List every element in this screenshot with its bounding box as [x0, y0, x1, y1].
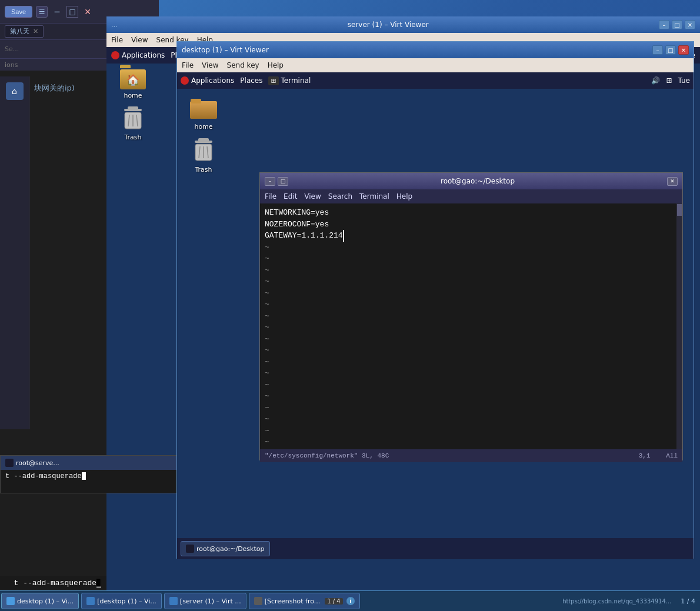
fedora-icon [111, 51, 119, 59]
trash-icon-label: Trash [124, 133, 141, 141]
home-folder-icon-graphic: 🏠 [119, 65, 147, 89]
terminal-scrollbar[interactable] [676, 203, 682, 449]
home-icon-label: home [124, 92, 142, 99]
svg-rect-1 [128, 106, 138, 110]
desktop-trash-icon[interactable]: Trash [183, 136, 224, 173]
terminal-menu-view[interactable]: View [304, 192, 321, 201]
desktop-menubar: File View Send key Help [177, 58, 694, 72]
desktop-home-icon[interactable]: home [183, 96, 224, 131]
desktop-volume-icon: 🔊 [651, 76, 660, 85]
terminal-menu-help[interactable]: Help [396, 192, 412, 201]
tab-close-icon[interactable]: ✕ [33, 28, 38, 35]
svg-rect-10 [198, 138, 209, 142]
terminal-window-controls-left: – □ [265, 177, 288, 186]
desktop-gnome-terminal[interactable]: ⊞ Terminal [268, 76, 311, 85]
server-terminal-content[interactable]: t --add-masquerade [1, 470, 182, 483]
desktop-gnome-apps[interactable]: Applications [181, 76, 234, 85]
trash-icon-graphic [120, 105, 146, 131]
desktop-trash-graphic [191, 136, 216, 163]
desktop-virt-viewer-window: desktop (1) – Virt Viewer – □ ✕ File Vie… [176, 41, 694, 559]
svg-rect-7 [190, 101, 217, 119]
terminal-window: – □ root@gao:~/Desktop ✕ File Edit View … [259, 172, 683, 460]
terminal-menu-terminal[interactable]: Terminal [359, 192, 389, 201]
server-maximize-btn[interactable]: □ [672, 20, 682, 29]
bottom-terminal-icon [186, 545, 194, 553]
svg-rect-8 [191, 99, 201, 103]
server-menu-view[interactable]: View [131, 36, 148, 44]
terminal-line-1: NETWORKING=yes [265, 207, 678, 219]
taskbar-url: https://blog.csdn.net/qq_43334914... [558, 598, 676, 605]
server-close-btn[interactable]: ✕ [685, 20, 695, 29]
desktop-gnome-places[interactable]: Places [240, 76, 262, 85]
terminal-line-2: NOZEROCONF=yes [265, 219, 678, 231]
menu-icon[interactable]: ☰ [36, 6, 48, 18]
terminal-content-area[interactable]: NETWORKING=yes NOZEROCONF=yes GATEWAY=1.… [260, 203, 682, 449]
terminal-line-3: GATEWAY=1.1.1.214 [265, 230, 678, 242]
desktop-menu-help[interactable]: Help [268, 61, 284, 69]
desktop-close-btn[interactable]: ✕ [678, 45, 689, 55]
minimize-button[interactable]: ─ [51, 6, 63, 18]
taskbar-pagination: 1 / 4 [676, 597, 700, 605]
terminal-status-right: 3,1 All [639, 452, 678, 459]
desktop-minimize-btn[interactable]: – [652, 45, 663, 55]
trash-icon-svg [122, 105, 144, 131]
editor-tab[interactable]: 第八天 ✕ [5, 25, 44, 38]
trash-desktop-icon[interactable]: Trash [112, 105, 154, 141]
save-button[interactable]: Save [5, 6, 32, 18]
terminal-close-btn[interactable]: ✕ [667, 177, 678, 186]
server-minimize-btn[interactable]: – [659, 20, 669, 29]
close-button[interactable]: ✕ [82, 6, 94, 18]
desktop-home-label: home [194, 123, 212, 131]
terminal-tilde-2: ~ [265, 253, 678, 265]
server-terminal-cursor [82, 472, 86, 480]
terminal-title: root@gao:~/Desktop [441, 177, 515, 185]
desktop-icons-in-window: home Trash [183, 96, 224, 173]
info-circle-icon: i [346, 597, 355, 605]
terminal-status-left: "/etc/sysconfig/network" 3L, 48C [265, 452, 389, 459]
taskbar: desktop (1) – Vi... [desktop (1) – Vi...… [0, 590, 700, 611]
desktop-gnome-panel-right: 🔊 ⊞ Tue [651, 76, 690, 85]
taskbar-desktop-btn[interactable]: desktop (1) – Vi... [1, 593, 79, 609]
desktop-menu-view[interactable]: View [202, 61, 218, 69]
desktop-gnome-panel: Applications Places ⊞ Terminal 🔊 ⊞ Tue [177, 72, 694, 89]
terminal-tilde-1: ~ [265, 242, 678, 253]
taskbar-server-btn[interactable]: [server (1) – Virt ... [164, 593, 246, 609]
server-titlebar: ... server (1) – Virt Viewer – □ ✕ [106, 16, 700, 33]
desktop-title: desktop (1) – Virt Viewer [182, 46, 269, 54]
desktop-window-controls: – □ ✕ [652, 45, 689, 55]
taskbar-screenshot-icon [254, 597, 262, 605]
nav-home-icon[interactable]: ⌂ [6, 82, 24, 100]
desktop-titlebar: desktop (1) – Virt Viewer – □ ✕ [177, 42, 694, 58]
server-terminal-titlebar: root@serve... [1, 456, 182, 470]
desktop-menu-file[interactable]: File [182, 61, 194, 69]
terminal-menubar: File Edit View Search Terminal Help [260, 189, 682, 203]
taskbar-desktop-icon [6, 597, 15, 605]
taskbar-server-icon [169, 597, 178, 605]
terminal-titlebar: – □ root@gao:~/Desktop ✕ [260, 173, 682, 189]
server-terminal-window: root@serve... t --add-masquerade [0, 455, 182, 493]
server-menu-file[interactable]: File [111, 36, 123, 44]
terminal-menu-file[interactable]: File [265, 192, 276, 201]
taskbar-desktop2-icon [86, 597, 95, 605]
desktop-icons-area: 🏠 home [112, 65, 154, 141]
server-terminal-icon [5, 459, 14, 467]
maximize-button[interactable]: □ [66, 6, 78, 18]
desktop-vm-content: Applications Places ⊞ Terminal 🔊 ⊞ Tue [177, 72, 694, 559]
bottom-terminal-item[interactable]: root@gao:~/Desktop [181, 541, 270, 556]
terminal-maximize-btn[interactable]: □ [278, 177, 288, 186]
terminal-menu-edit[interactable]: Edit [284, 192, 297, 201]
terminal-scrollbar-thumb [677, 204, 682, 216]
terminal-minimize-btn[interactable]: – [265, 177, 275, 186]
desktop-bottom-taskbar: root@gao:~/Desktop [177, 538, 694, 559]
home-desktop-icon[interactable]: 🏠 home [112, 65, 154, 99]
desktop-maximize-btn[interactable]: □ [665, 45, 676, 55]
terminal-menu-search[interactable]: Search [328, 192, 352, 201]
server-window-controls: – □ ✕ [659, 20, 695, 29]
desktop-expand-icon: ⊞ [666, 76, 672, 85]
desktop-fedora-icon [181, 76, 189, 85]
desktop-menu-sendkey[interactable]: Send key [227, 61, 259, 69]
desktop-trash-label: Trash [195, 166, 212, 173]
taskbar-screenshot-btn[interactable]: [Screenshot fro... 1 / 4 i [249, 593, 360, 609]
taskbar-desktop2-btn[interactable]: [desktop (1) – Vi... [81, 593, 162, 609]
gnome-applications-menu[interactable]: Applications [111, 51, 165, 59]
